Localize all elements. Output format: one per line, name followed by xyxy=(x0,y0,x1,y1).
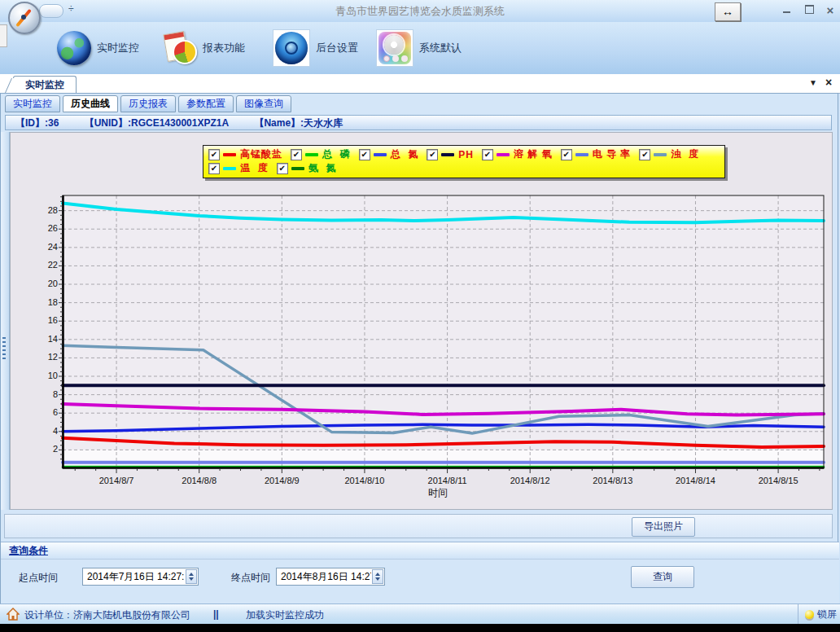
icon-ring xyxy=(384,35,404,55)
legend-label: 总 氮 xyxy=(391,147,419,161)
legend-line-swatch xyxy=(441,153,454,156)
legend-label: PH xyxy=(458,149,474,160)
toolbar-button-label: 系统默认 xyxy=(419,41,462,55)
y-axis-tick-label: 16 xyxy=(25,315,58,325)
x-axis-tick-label: 2014/8/7 xyxy=(82,476,151,485)
subtab-3[interactable]: 历史报表 xyxy=(120,95,176,112)
main-toolbar: 实时监控报表功能后台设置系统默认 xyxy=(0,22,840,75)
legend-item: ✔总 氮 xyxy=(359,147,419,161)
minimize-button[interactable] xyxy=(778,5,794,17)
close-button[interactable]: × xyxy=(822,5,838,17)
toolbar-overflow-icon[interactable]: ÷ xyxy=(68,3,74,15)
legend-line-swatch xyxy=(374,153,387,156)
spin-up-icon xyxy=(189,573,194,576)
splitter-grip-icon xyxy=(2,337,6,362)
x-axis-title: 时间 xyxy=(413,486,462,500)
y-axis-tick-label: 18 xyxy=(25,297,58,307)
compass-hub xyxy=(21,15,26,20)
legend-checkbox[interactable]: ✔ xyxy=(208,149,220,160)
end-time-input[interactable] xyxy=(276,568,385,586)
tab-realtime-monitor[interactable]: 实时监控 xyxy=(13,76,77,93)
end-time-label: 终点时间 xyxy=(231,571,270,585)
export-photo-button[interactable]: 导出照片 xyxy=(632,517,695,537)
query-button[interactable]: 查询 xyxy=(631,566,694,588)
toolbar-button-2[interactable]: 报表功能 xyxy=(163,29,245,68)
minimize-icon xyxy=(783,11,790,13)
legend-label: 氨 氮 xyxy=(308,161,337,175)
toolbar-button-4[interactable]: 系统默认 xyxy=(376,29,462,68)
legend-label: 温 度 xyxy=(240,161,269,175)
toolbar-button-1[interactable]: 实时监控 xyxy=(57,29,139,68)
plot-area: 2468101214161820222426282014/8/72014/8/8… xyxy=(63,195,824,468)
tab-dropdown-icon[interactable]: ▼ xyxy=(809,78,817,87)
spin-up-icon xyxy=(375,573,380,576)
station-id: 【ID】:36 xyxy=(15,117,59,129)
x-axis-tick-label: 2014/8/9 xyxy=(247,476,316,485)
icon-plate xyxy=(376,29,413,67)
icon-dots xyxy=(383,55,390,62)
y-axis-tick-label: 28 xyxy=(25,205,58,215)
x-axis-tick-label: 2014/8/13 xyxy=(579,476,647,485)
start-time-spinner[interactable] xyxy=(186,569,197,584)
compass-logo-icon[interactable] xyxy=(8,2,41,34)
subtab-2[interactable]: 历史曲线 xyxy=(63,95,118,112)
start-time-label: 起点时间 xyxy=(19,571,58,585)
content-panel: 实时监控历史曲线历史报表参数配置图像查询 【ID】:36 【UNID】:RGCE… xyxy=(0,93,838,603)
legend-item: ✔浊 度 xyxy=(639,147,699,161)
legend-item: ✔温 度 xyxy=(208,161,269,175)
subtab-4[interactable]: 参数配置 xyxy=(178,95,234,112)
legend-label: 总 磷 xyxy=(322,147,351,161)
y-axis-tick-label: 24 xyxy=(25,242,58,252)
left-splitter[interactable] xyxy=(1,132,10,510)
legend-line-swatch xyxy=(654,153,667,156)
spin-down-icon xyxy=(375,577,380,581)
legend-line-swatch xyxy=(497,153,510,156)
legend-line-swatch xyxy=(223,167,236,170)
y-axis-tick-label: 22 xyxy=(25,260,58,270)
station-info-bar: 【ID】:36 【UNID】:RGCE1430001XPZ1A 【Name】:天… xyxy=(5,115,832,130)
legend-checkbox[interactable]: ✔ xyxy=(561,149,572,160)
query-conditions-title: 查询条件 xyxy=(9,545,48,556)
legend-item: ✔溶 解 氧 xyxy=(482,147,553,161)
toolbar-button-label: 实时监控 xyxy=(97,41,139,55)
y-axis-tick-label: 12 xyxy=(25,352,58,362)
query-conditions-group: 查询条件 起点时间 终点时间 查询 xyxy=(1,542,839,604)
toolbar-button-3[interactable]: 后台设置 xyxy=(273,29,358,68)
legend-item: ✔总 磷 xyxy=(291,147,351,161)
x-axis-tick-label: 2014/8/12 xyxy=(496,476,564,485)
toolbar-button-label: 后台设置 xyxy=(316,41,358,55)
report-pie xyxy=(173,40,197,64)
backend-settings-icon xyxy=(275,32,308,64)
legend-checkbox[interactable]: ✔ xyxy=(277,163,288,174)
legend-row: ✔温 度✔氨 氮 xyxy=(208,161,724,175)
design-unit-text: 设计单位：济南大陆机电股份有限公司 xyxy=(24,608,190,622)
y-axis-tick-label: 8 xyxy=(25,389,58,399)
icon-plate xyxy=(273,29,310,67)
lock-screen-button[interactable]: 锁屏 xyxy=(798,604,837,625)
legend-item: ✔氨 氮 xyxy=(277,161,337,175)
end-time-spinner[interactable] xyxy=(372,569,383,584)
maximize-button[interactable] xyxy=(801,5,817,17)
legend-label: 溶 解 氧 xyxy=(514,147,553,161)
legend-line-swatch xyxy=(575,153,588,156)
subtab-1[interactable]: 实时监控 xyxy=(5,95,60,112)
tab-close-icon[interactable]: × xyxy=(825,76,832,89)
query-conditions-body: 起点时间 终点时间 查询 xyxy=(1,560,839,605)
legend-checkbox[interactable]: ✔ xyxy=(291,149,302,160)
system-default-icon xyxy=(378,32,411,64)
resize-button[interactable]: ↔ xyxy=(715,2,741,21)
legend-checkbox[interactable]: ✔ xyxy=(427,149,438,160)
chart-plot xyxy=(63,195,824,468)
legend-checkbox[interactable]: ✔ xyxy=(482,149,493,160)
legend-item: ✔PH xyxy=(427,149,474,160)
subtab-5[interactable]: 图像查询 xyxy=(236,95,291,112)
y-axis-tick-label: 4 xyxy=(25,426,58,436)
legend-checkbox[interactable]: ✔ xyxy=(639,149,650,160)
legend-item: ✔高锰酸盐 xyxy=(208,147,282,161)
maximize-icon xyxy=(805,5,814,14)
x-axis-tick-label: 2014/8/15 xyxy=(744,476,812,485)
legend-checkbox[interactable]: ✔ xyxy=(208,163,220,174)
y-axis-tick-label: 26 xyxy=(25,223,58,233)
start-time-input[interactable] xyxy=(82,568,199,586)
legend-checkbox[interactable]: ✔ xyxy=(359,149,370,160)
